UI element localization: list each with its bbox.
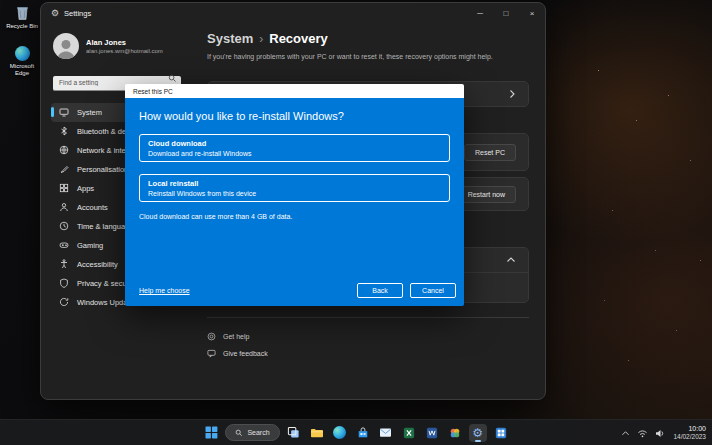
chevron-up-icon	[506, 256, 516, 264]
taskbar: Search	[0, 419, 712, 445]
option-title: Local reinstall	[148, 179, 441, 188]
accessibility-icon	[59, 259, 69, 269]
search-icon	[235, 429, 243, 437]
dialog-titlebar: Reset this PC	[125, 84, 464, 98]
store-button[interactable]	[354, 424, 372, 442]
option-subtitle: Download and re-install Windows	[148, 150, 441, 157]
photos-button[interactable]	[446, 424, 464, 442]
breadcrumb-separator-icon: ›	[259, 32, 263, 46]
desktop-icon-recycle-bin[interactable]: Recycle Bin	[2, 4, 42, 30]
get-help-link[interactable]: Get help	[207, 328, 529, 345]
network-icon[interactable]	[637, 429, 648, 438]
sidebar-item-label: Accessibility	[77, 260, 118, 269]
desktop-icon-label: Recycle Bin	[6, 23, 38, 30]
sidebar-item-label: Gaming	[77, 241, 103, 250]
minimize-button[interactable]: ─	[467, 3, 493, 23]
sidebar-item-label: Accounts	[77, 203, 108, 212]
windows-app-icon	[495, 427, 507, 439]
windows-start-icon	[205, 426, 218, 439]
mail-button[interactable]	[377, 424, 395, 442]
help-me-choose-link[interactable]: Help me choose	[139, 287, 190, 294]
settings-gear-icon: ⚙	[51, 9, 59, 18]
dialog-footer: Help me choose Back Cancel	[139, 283, 456, 298]
dialog-title: Reset this PC	[133, 88, 173, 95]
bluetooth-icon	[59, 126, 69, 136]
user-profile[interactable]: Alan Jones alan.jones.wm@hotmail.com	[53, 33, 183, 59]
feedback-icon	[207, 349, 216, 358]
microsoft-store-icon	[357, 427, 369, 439]
cloud-download-option[interactable]: Cloud download Download and re-install W…	[139, 134, 450, 162]
user-email: alan.jones.wm@hotmail.com	[86, 48, 163, 54]
desktop-icon-label: Microsoft Edge	[6, 63, 38, 77]
option-title: Cloud download	[148, 139, 441, 148]
sidebar-item-label: Personalisation	[77, 165, 128, 174]
edge-button[interactable]	[331, 424, 349, 442]
system-icon	[59, 107, 69, 117]
dialog-body: How would you like to re-install Windows…	[125, 98, 464, 306]
close-button[interactable]: ×	[519, 3, 545, 23]
brush-icon	[59, 164, 69, 174]
settings-taskbar-button[interactable]: ⚙	[469, 424, 487, 442]
cancel-button[interactable]: Cancel	[410, 283, 456, 298]
edge-icon	[15, 46, 30, 61]
reset-pc-button[interactable]: Reset PC	[464, 144, 516, 161]
apps-grid-icon	[59, 183, 69, 193]
user-name: Alan Jones	[86, 38, 163, 47]
person-icon	[53, 35, 79, 59]
photos-icon	[449, 427, 461, 439]
maximize-button[interactable]: □	[493, 3, 519, 23]
word-icon	[426, 427, 438, 439]
reset-pc-dialog: Reset this PC How would you like to re-i…	[125, 84, 464, 306]
window-title: Settings	[64, 9, 91, 18]
globe-icon	[59, 145, 69, 155]
file-explorer-icon	[310, 427, 324, 439]
taskbar-clock[interactable]: 10:00 14/02/2023	[673, 425, 706, 442]
account-icon	[59, 202, 69, 212]
give-feedback-link[interactable]: Give feedback	[207, 345, 529, 362]
chevron-right-icon	[508, 89, 516, 99]
edge-icon	[333, 426, 346, 439]
clock-icon	[59, 221, 69, 231]
clock-date: 14/02/2023	[673, 433, 706, 441]
local-reinstall-option[interactable]: Local reinstall Reinstall Windows from t…	[139, 174, 450, 202]
data-usage-note: Cloud download can use more than 4 GB of…	[139, 213, 450, 220]
breadcrumb-system[interactable]: System	[207, 31, 253, 46]
content-divider	[207, 317, 529, 318]
wallpaper-stars	[0, 0, 1, 1]
gamepad-icon	[59, 240, 69, 250]
avatar	[53, 33, 79, 59]
search-icon	[168, 74, 177, 83]
page-title: Recovery	[269, 31, 328, 46]
excel-button[interactable]	[400, 424, 418, 442]
taskbar-search[interactable]: Search	[225, 424, 279, 441]
desktop-icon-microsoft-edge[interactable]: Microsoft Edge	[2, 46, 42, 77]
volume-icon[interactable]	[655, 429, 666, 438]
page-description: If you're having problems with your PC o…	[207, 53, 529, 60]
recycle-bin-icon	[14, 4, 31, 21]
option-subtitle: Reinstall Windows from this device	[148, 190, 441, 197]
windows-app-button[interactable]	[492, 424, 510, 442]
task-view-icon	[287, 426, 300, 439]
task-view-button[interactable]	[285, 424, 303, 442]
system-tray: 10:00 14/02/2023	[621, 420, 706, 445]
settings-gear-icon: ⚙	[472, 427, 483, 439]
restart-now-button[interactable]: Restart now	[457, 186, 516, 203]
dialog-heading: How would you like to re-install Windows…	[139, 110, 450, 122]
word-button[interactable]	[423, 424, 441, 442]
sidebar-item-label: Apps	[77, 184, 94, 193]
taskbar-search-label: Search	[247, 429, 269, 436]
excel-icon	[403, 427, 415, 439]
start-button[interactable]	[202, 424, 220, 442]
window-titlebar: ⚙ Settings ─ □ ×	[41, 3, 545, 23]
back-button[interactable]: Back	[357, 283, 403, 298]
clock-time: 10:00	[673, 425, 706, 434]
desktop: Recycle Bin Microsoft Edge ⚙ Settings ─ …	[0, 0, 712, 445]
mail-icon	[379, 427, 392, 438]
help-icon	[207, 332, 216, 341]
breadcrumb: System › Recovery	[207, 31, 529, 46]
get-help-label: Get help	[223, 333, 249, 340]
chevron-up-icon[interactable]	[621, 430, 630, 437]
sidebar-item-label: System	[77, 108, 102, 117]
shield-icon	[59, 278, 69, 288]
file-explorer-button[interactable]	[308, 424, 326, 442]
